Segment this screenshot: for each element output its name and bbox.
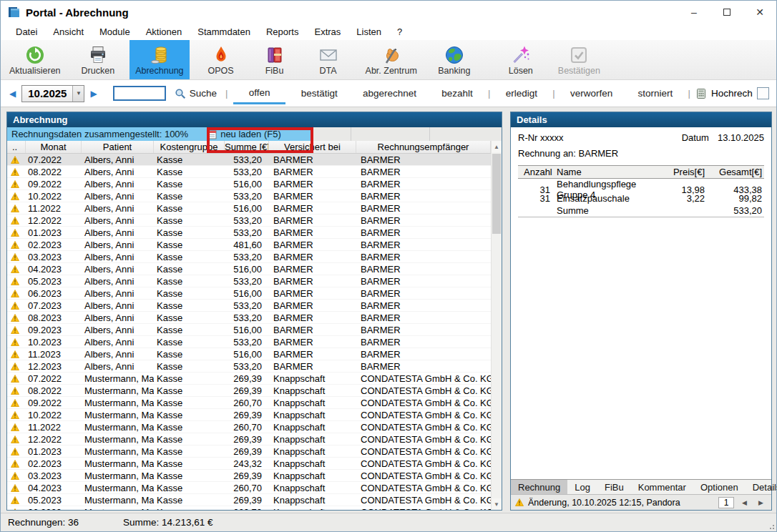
- table-row[interactable]: 07.2022 Mustermann, Maxi Kasse 269,39 Kn…: [7, 373, 491, 385]
- menu-item-extras[interactable]: Extras: [306, 25, 348, 39]
- menu-item-help[interactable]: ?: [389, 25, 410, 39]
- tab-abgerechnet[interactable]: abgerechnet: [353, 84, 426, 103]
- close-button[interactable]: ✕: [743, 1, 776, 24]
- table-row[interactable]: 07.2022 Albers, Anni Kasse 533,20 BARMER…: [7, 154, 491, 166]
- scrollbar-thumb[interactable]: [492, 154, 501, 234]
- col-patient[interactable]: Patient: [82, 141, 154, 153]
- print-button[interactable]: Drucken: [76, 40, 121, 79]
- scroll-up-icon[interactable]: ▲: [492, 141, 502, 152]
- tab-bezahlt[interactable]: bezahlt: [431, 84, 483, 103]
- search-button[interactable]: Suche: [175, 88, 217, 99]
- cell-patient: Albers, Anni: [82, 312, 154, 323]
- menu-item-stammdaten[interactable]: Stammdaten: [190, 25, 258, 39]
- pager-next-button[interactable]: ▶: [755, 497, 767, 508]
- table-row[interactable]: 05.2023 Albers, Anni Kasse 533,20 BARMER…: [7, 275, 491, 287]
- maximize-button[interactable]: [710, 1, 743, 24]
- cell-empfaenger: BARMER: [356, 337, 491, 348]
- table-row[interactable]: 02.2023 Mustermann, Maxi Kasse 243,32 Kn…: [7, 458, 491, 470]
- search-input[interactable]: [113, 86, 166, 101]
- cell-monat: 02.2023: [26, 240, 82, 250]
- resize-grip[interactable]: [768, 523, 775, 530]
- tab-rechnung[interactable]: Rechnung: [511, 480, 567, 494]
- table-row[interactable]: 03.2023 Albers, Anni Kasse 533,20 BARMER…: [7, 251, 491, 263]
- refresh-button[interactable]: Aktualisieren: [4, 40, 67, 79]
- table-row[interactable]: 10.2023 Albers, Anni Kasse 533,20 BARMER…: [7, 336, 491, 348]
- opos-button[interactable]: OPOS: [199, 40, 243, 79]
- minimize-button[interactable]: –: [678, 1, 710, 24]
- table-row[interactable]: 09.2022 Albers, Anni Kasse 516,00 BARMER…: [7, 178, 491, 190]
- table-row[interactable]: 01.2023 Mustermann, Maxi Kasse 269,39 Kn…: [7, 445, 491, 458]
- table-row[interactable]: 01.2023 Albers, Anni Kasse 533,20 BARMER…: [7, 227, 491, 239]
- tab-kommentar[interactable]: Kommentar: [631, 480, 693, 494]
- scroll-down-icon[interactable]: ▼: [492, 498, 502, 510]
- table-row[interactable]: 11.2022 Mustermann, Maxi Kasse 260,70 Kn…: [7, 421, 491, 433]
- table-row[interactable]: 02.2023 Albers, Anni Kasse 481,60 BARMER…: [7, 239, 491, 251]
- menu-item-module[interactable]: Module: [92, 25, 138, 39]
- table-row[interactable]: 04.2023 Albers, Anni Kasse 516,00 BARMER…: [7, 263, 491, 275]
- cell-empfaenger: CONDATESTA GmbH & Co. KG: [356, 495, 491, 506]
- cell-summe: 533,20: [225, 276, 269, 287]
- abr-zentrum-button[interactable]: Abr. Zentrum: [360, 40, 423, 79]
- table-row[interactable]: 10.2022 Albers, Anni Kasse 533,20 BARMER…: [7, 190, 491, 202]
- table-row[interactable]: 12.2023 Albers, Anni Kasse 533,20 BARMER…: [7, 360, 491, 373]
- cell-monat: 06.2023: [26, 288, 82, 299]
- reload-button[interactable]: neu laden (F5): [207, 129, 281, 139]
- loesen-button[interactable]: Lösen: [499, 40, 543, 79]
- tab-optionen[interactable]: Optionen: [693, 480, 746, 494]
- menu-item-listen[interactable]: Listen: [348, 25, 389, 39]
- billing-button[interactable]: Abrechnung: [130, 40, 189, 79]
- tab-bestaetigt[interactable]: bestätigt: [291, 84, 348, 103]
- cell-empfaenger: CONDATESTA GmbH & Co. KG: [356, 422, 491, 433]
- table-row[interactable]: 11.2023 Albers, Anni Kasse 516,00 BARMER…: [7, 348, 491, 360]
- next-month-button[interactable]: ▶: [87, 89, 99, 99]
- table-row[interactable]: 11.2022 Albers, Anni Kasse 516,00 BARMER…: [7, 202, 491, 215]
- table-row[interactable]: 09.2022 Mustermann, Maxi Kasse 260,70 Kn…: [7, 397, 491, 409]
- table-row[interactable]: 12.2022 Albers, Anni Kasse 533,20 BARMER…: [7, 215, 491, 227]
- table-row[interactable]: 04.2023 Mustermann, Maxi Kasse 260,70 Kn…: [7, 482, 491, 494]
- tab-fibu[interactable]: FiBu: [597, 480, 631, 494]
- tab-storniert[interactable]: storniert: [627, 84, 683, 103]
- hochrech-control[interactable]: Hochrech: [695, 87, 769, 99]
- table-row[interactable]: 09.2023 Albers, Anni Kasse 516,00 BARMER…: [7, 324, 491, 336]
- menu-item-aktionen[interactable]: Aktionen: [138, 25, 190, 39]
- col-status[interactable]: ..: [7, 141, 26, 153]
- table-scrollbar[interactable]: ▲ ▼: [491, 141, 502, 510]
- month-select[interactable]: 10.2025 ▼: [21, 85, 84, 102]
- banking-button[interactable]: Banking: [432, 40, 477, 79]
- hochrech-checkbox[interactable]: [757, 87, 769, 99]
- cell-kostengruppe: Kasse: [154, 446, 225, 457]
- tab-details[interactable]: Details: [746, 480, 777, 494]
- table-row[interactable]: 08.2022 Mustermann, Maxi Kasse 269,39 Kn…: [7, 385, 491, 397]
- table-row[interactable]: 08.2023 Albers, Anni Kasse 533,20 BARMER…: [7, 312, 491, 324]
- menu-item-datei[interactable]: Datei: [8, 25, 45, 39]
- filter-bar: ◀ 10.2025 ▼ ▶ Suche | offen bestätigt ab…: [1, 80, 776, 107]
- warning-icon: [7, 472, 26, 480]
- col-summe[interactable]: Summe [€]: [225, 141, 269, 153]
- tab-offen[interactable]: offen: [233, 83, 286, 104]
- menu-item-ansicht[interactable]: Ansicht: [45, 25, 92, 39]
- tab-erledigt[interactable]: erledigt: [496, 84, 547, 103]
- chevron-down-icon[interactable]: ▼: [72, 86, 84, 102]
- table-row[interactable]: 07.2023 Albers, Anni Kasse 533,20 BARMER…: [7, 300, 491, 312]
- separator: |: [552, 88, 554, 99]
- cell-empfaenger: BARMER: [356, 252, 491, 262]
- prev-month-button[interactable]: ◀: [6, 89, 19, 99]
- fibu-button[interactable]: FiBu: [253, 40, 297, 79]
- table-row[interactable]: 05.2023 Mustermann, Maxi Kasse 269,39 Kn…: [7, 494, 491, 506]
- pager-prev-button[interactable]: ◀: [738, 497, 751, 508]
- menu-item-reports[interactable]: Reports: [258, 25, 307, 39]
- tab-log[interactable]: Log: [567, 480, 597, 494]
- table-row[interactable]: 08.2022 Albers, Anni Kasse 533,20 BARMER…: [7, 166, 491, 178]
- col-empfaenger[interactable]: Rechnungsempfänger: [356, 141, 491, 153]
- table-row[interactable]: 10.2022 Mustermann, Maxi Kasse 269,39 Kn…: [7, 409, 491, 421]
- table-row[interactable]: 12.2022 Mustermann, Maxi Kasse 269,39 Kn…: [7, 433, 491, 445]
- tab-verworfen[interactable]: verworfen: [560, 84, 622, 103]
- table-row[interactable]: 06.2023 Albers, Anni Kasse 516,00 BARMER…: [7, 287, 491, 300]
- dta-button[interactable]: DTA: [306, 40, 351, 79]
- cell-summe: 533,20: [225, 227, 269, 238]
- col-kostengruppe[interactable]: Kostengruppe: [154, 141, 225, 153]
- table-row[interactable]: 06.2023 Mustermann, Maxi Kasse 260,70 Kn…: [7, 506, 491, 510]
- col-versichert[interactable]: Versichert bei: [269, 141, 356, 153]
- col-monat[interactable]: Monat: [26, 141, 82, 153]
- table-row[interactable]: 03.2023 Mustermann, Maxi Kasse 269,39 Kn…: [7, 470, 491, 482]
